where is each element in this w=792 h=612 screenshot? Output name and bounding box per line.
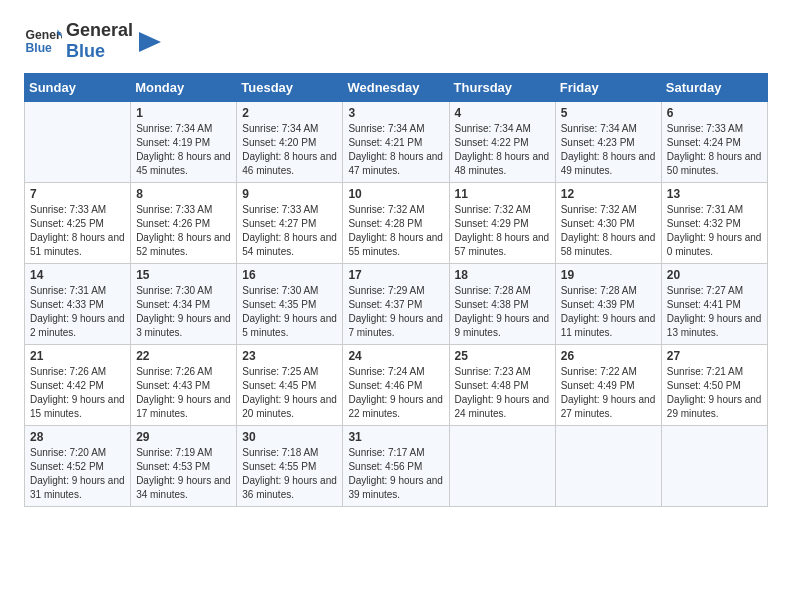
day-info: Sunrise: 7:23 AMSunset: 4:48 PMDaylight:… — [455, 365, 550, 421]
day-number: 26 — [561, 349, 656, 363]
day-info: Sunrise: 7:17 AMSunset: 4:56 PMDaylight:… — [348, 446, 443, 502]
day-cell: 14Sunrise: 7:31 AMSunset: 4:33 PMDayligh… — [25, 264, 131, 345]
col-header-monday: Monday — [131, 74, 237, 102]
day-number: 10 — [348, 187, 443, 201]
day-info: Sunrise: 7:31 AMSunset: 4:33 PMDaylight:… — [30, 284, 125, 340]
day-cell: 16Sunrise: 7:30 AMSunset: 4:35 PMDayligh… — [237, 264, 343, 345]
col-header-sunday: Sunday — [25, 74, 131, 102]
svg-text:General: General — [26, 27, 62, 41]
day-cell: 15Sunrise: 7:30 AMSunset: 4:34 PMDayligh… — [131, 264, 237, 345]
day-info: Sunrise: 7:30 AMSunset: 4:35 PMDaylight:… — [242, 284, 337, 340]
day-cell: 2Sunrise: 7:34 AMSunset: 4:20 PMDaylight… — [237, 102, 343, 183]
day-cell: 17Sunrise: 7:29 AMSunset: 4:37 PMDayligh… — [343, 264, 449, 345]
svg-text:Blue: Blue — [26, 41, 53, 55]
day-cell: 29Sunrise: 7:19 AMSunset: 4:53 PMDayligh… — [131, 426, 237, 507]
day-info: Sunrise: 7:19 AMSunset: 4:53 PMDaylight:… — [136, 446, 231, 502]
day-number: 22 — [136, 349, 231, 363]
day-number: 20 — [667, 268, 762, 282]
day-cell: 27Sunrise: 7:21 AMSunset: 4:50 PMDayligh… — [661, 345, 767, 426]
day-info: Sunrise: 7:32 AMSunset: 4:28 PMDaylight:… — [348, 203, 443, 259]
day-number: 15 — [136, 268, 231, 282]
day-info: Sunrise: 7:34 AMSunset: 4:22 PMDaylight:… — [455, 122, 550, 178]
day-number: 3 — [348, 106, 443, 120]
day-cell — [25, 102, 131, 183]
day-number: 14 — [30, 268, 125, 282]
day-number: 7 — [30, 187, 125, 201]
day-cell: 7Sunrise: 7:33 AMSunset: 4:25 PMDaylight… — [25, 183, 131, 264]
day-info: Sunrise: 7:34 AMSunset: 4:23 PMDaylight:… — [561, 122, 656, 178]
day-cell: 4Sunrise: 7:34 AMSunset: 4:22 PMDaylight… — [449, 102, 555, 183]
day-info: Sunrise: 7:34 AMSunset: 4:20 PMDaylight:… — [242, 122, 337, 178]
day-info: Sunrise: 7:27 AMSunset: 4:41 PMDaylight:… — [667, 284, 762, 340]
day-cell: 10Sunrise: 7:32 AMSunset: 4:28 PMDayligh… — [343, 183, 449, 264]
day-info: Sunrise: 7:33 AMSunset: 4:24 PMDaylight:… — [667, 122, 762, 178]
day-number: 11 — [455, 187, 550, 201]
day-info: Sunrise: 7:34 AMSunset: 4:21 PMDaylight:… — [348, 122, 443, 178]
day-number: 2 — [242, 106, 337, 120]
week-row-3: 14Sunrise: 7:31 AMSunset: 4:33 PMDayligh… — [25, 264, 768, 345]
day-info: Sunrise: 7:28 AMSunset: 4:39 PMDaylight:… — [561, 284, 656, 340]
day-number: 1 — [136, 106, 231, 120]
day-cell: 28Sunrise: 7:20 AMSunset: 4:52 PMDayligh… — [25, 426, 131, 507]
day-number: 28 — [30, 430, 125, 444]
day-info: Sunrise: 7:20 AMSunset: 4:52 PMDaylight:… — [30, 446, 125, 502]
day-number: 6 — [667, 106, 762, 120]
day-number: 19 — [561, 268, 656, 282]
day-cell: 11Sunrise: 7:32 AMSunset: 4:29 PMDayligh… — [449, 183, 555, 264]
week-row-1: 1Sunrise: 7:34 AMSunset: 4:19 PMDaylight… — [25, 102, 768, 183]
calendar-table: SundayMondayTuesdayWednesdayThursdayFrid… — [24, 73, 768, 507]
day-info: Sunrise: 7:30 AMSunset: 4:34 PMDaylight:… — [136, 284, 231, 340]
day-cell: 31Sunrise: 7:17 AMSunset: 4:56 PMDayligh… — [343, 426, 449, 507]
day-cell: 22Sunrise: 7:26 AMSunset: 4:43 PMDayligh… — [131, 345, 237, 426]
day-info: Sunrise: 7:32 AMSunset: 4:30 PMDaylight:… — [561, 203, 656, 259]
day-number: 31 — [348, 430, 443, 444]
day-info: Sunrise: 7:21 AMSunset: 4:50 PMDaylight:… — [667, 365, 762, 421]
day-info: Sunrise: 7:26 AMSunset: 4:43 PMDaylight:… — [136, 365, 231, 421]
col-header-saturday: Saturday — [661, 74, 767, 102]
header-row: SundayMondayTuesdayWednesdayThursdayFrid… — [25, 74, 768, 102]
day-cell — [661, 426, 767, 507]
day-cell — [555, 426, 661, 507]
day-cell: 13Sunrise: 7:31 AMSunset: 4:32 PMDayligh… — [661, 183, 767, 264]
day-number: 30 — [242, 430, 337, 444]
day-info: Sunrise: 7:25 AMSunset: 4:45 PMDaylight:… — [242, 365, 337, 421]
day-info: Sunrise: 7:22 AMSunset: 4:49 PMDaylight:… — [561, 365, 656, 421]
day-info: Sunrise: 7:29 AMSunset: 4:37 PMDaylight:… — [348, 284, 443, 340]
day-info: Sunrise: 7:18 AMSunset: 4:55 PMDaylight:… — [242, 446, 337, 502]
day-cell: 30Sunrise: 7:18 AMSunset: 4:55 PMDayligh… — [237, 426, 343, 507]
day-number: 29 — [136, 430, 231, 444]
day-cell: 23Sunrise: 7:25 AMSunset: 4:45 PMDayligh… — [237, 345, 343, 426]
day-cell: 5Sunrise: 7:34 AMSunset: 4:23 PMDaylight… — [555, 102, 661, 183]
col-header-thursday: Thursday — [449, 74, 555, 102]
col-header-tuesday: Tuesday — [237, 74, 343, 102]
day-info: Sunrise: 7:33 AMSunset: 4:27 PMDaylight:… — [242, 203, 337, 259]
day-info: Sunrise: 7:34 AMSunset: 4:19 PMDaylight:… — [136, 122, 231, 178]
svg-marker-3 — [139, 32, 161, 52]
day-info: Sunrise: 7:33 AMSunset: 4:25 PMDaylight:… — [30, 203, 125, 259]
day-number: 16 — [242, 268, 337, 282]
day-cell: 9Sunrise: 7:33 AMSunset: 4:27 PMDaylight… — [237, 183, 343, 264]
day-number: 5 — [561, 106, 656, 120]
col-header-wednesday: Wednesday — [343, 74, 449, 102]
day-number: 9 — [242, 187, 337, 201]
day-number: 18 — [455, 268, 550, 282]
day-cell: 1Sunrise: 7:34 AMSunset: 4:19 PMDaylight… — [131, 102, 237, 183]
day-info: Sunrise: 7:24 AMSunset: 4:46 PMDaylight:… — [348, 365, 443, 421]
day-cell: 26Sunrise: 7:22 AMSunset: 4:49 PMDayligh… — [555, 345, 661, 426]
week-row-5: 28Sunrise: 7:20 AMSunset: 4:52 PMDayligh… — [25, 426, 768, 507]
day-cell: 25Sunrise: 7:23 AMSunset: 4:48 PMDayligh… — [449, 345, 555, 426]
logo-triangle-icon — [135, 26, 163, 58]
day-cell: 6Sunrise: 7:33 AMSunset: 4:24 PMDaylight… — [661, 102, 767, 183]
day-cell: 3Sunrise: 7:34 AMSunset: 4:21 PMDaylight… — [343, 102, 449, 183]
day-info: Sunrise: 7:26 AMSunset: 4:42 PMDaylight:… — [30, 365, 125, 421]
header: General Blue General Blue — [24, 20, 768, 61]
day-number: 23 — [242, 349, 337, 363]
logo: General Blue General Blue — [24, 20, 163, 61]
day-cell: 20Sunrise: 7:27 AMSunset: 4:41 PMDayligh… — [661, 264, 767, 345]
day-cell: 19Sunrise: 7:28 AMSunset: 4:39 PMDayligh… — [555, 264, 661, 345]
day-info: Sunrise: 7:28 AMSunset: 4:38 PMDaylight:… — [455, 284, 550, 340]
day-cell — [449, 426, 555, 507]
day-cell: 18Sunrise: 7:28 AMSunset: 4:38 PMDayligh… — [449, 264, 555, 345]
day-cell: 12Sunrise: 7:32 AMSunset: 4:30 PMDayligh… — [555, 183, 661, 264]
day-cell: 21Sunrise: 7:26 AMSunset: 4:42 PMDayligh… — [25, 345, 131, 426]
